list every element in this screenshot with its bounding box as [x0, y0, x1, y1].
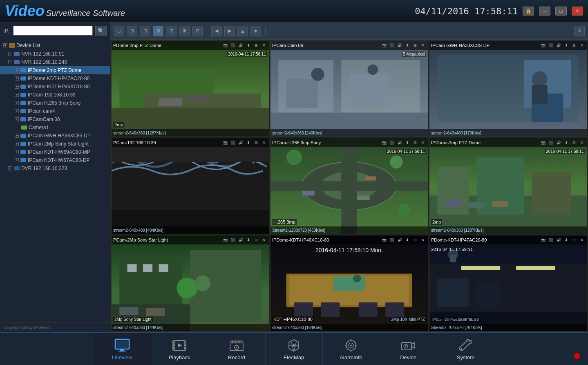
cam8-close-btn[interactable]: ✕: [420, 237, 426, 243]
camera-cell-1[interactable]: PDome-2mp PTZ Dome 📷 ⬛ 🔊 ⬇ ⊞ ✕ 2016-04-1…: [111, 40, 269, 137]
cam3-close-btn[interactable]: ✕: [579, 42, 585, 49]
cam6-audio-btn[interactable]: 🔊: [555, 139, 562, 146]
cam3-fullscreen-btn[interactable]: ⊞: [571, 42, 577, 49]
view-custom2-btn[interactable]: ⊟: [192, 26, 203, 36]
view-9-btn[interactable]: ⊠: [153, 26, 163, 36]
nav-playback[interactable]: Playback: [151, 333, 208, 365]
cam7-download-btn[interactable]: ⬇: [245, 237, 252, 243]
cam2-audio-btn[interactable]: 🔊: [396, 42, 403, 49]
cam5-snapshot-btn[interactable]: 📷: [381, 139, 387, 146]
sidebar-item-sony-star[interactable]: + IPCam 2Mp Sony Star Light: [0, 140, 110, 148]
close-button[interactable]: ✕: [572, 7, 583, 16]
cam5-close-btn[interactable]: ✕: [420, 139, 426, 146]
lock-button[interactable]: 🔒: [523, 7, 534, 16]
cam3-download-btn[interactable]: ⬇: [563, 42, 570, 49]
cam5-audio-btn[interactable]: 🔊: [396, 139, 403, 146]
cam7-fullscreen-btn[interactable]: ⊞: [253, 237, 259, 243]
cam8-snapshot-btn[interactable]: 📷: [381, 237, 387, 243]
cam9-record-btn[interactable]: ⬛: [548, 237, 554, 243]
cam4-download-btn[interactable]: ⬇: [245, 139, 252, 146]
prev-btn[interactable]: ◀: [211, 26, 222, 36]
sidebar-item-nvr2[interactable]: + NVR 192.168.10.240: [0, 58, 110, 66]
sidebar-item-ipcamcam06[interactable]: - IPCamCam 06: [0, 115, 110, 123]
maximize-button[interactable]: □: [555, 7, 567, 16]
view-4-btn[interactable]: ⊞: [127, 26, 137, 36]
nav-record[interactable]: Record: [208, 333, 266, 365]
cam8-record-btn[interactable]: ⬛: [389, 237, 395, 243]
cam7-snapshot-btn[interactable]: 📷: [222, 237, 228, 243]
cam6-record-btn[interactable]: ⬛: [548, 139, 554, 146]
view-6-btn[interactable]: ⊟: [140, 26, 150, 36]
cam7-close-btn[interactable]: ✕: [261, 237, 267, 243]
cam8-download-btn[interactable]: ⬇: [404, 237, 411, 243]
close-all-btn[interactable]: ✕: [574, 26, 585, 36]
sidebar-item-camera1[interactable]: Camera1: [0, 123, 110, 132]
cam4-snapshot-btn[interactable]: 📷: [222, 139, 228, 146]
cam1-audio-btn[interactable]: 🔊: [237, 42, 244, 49]
cam7-audio-btn[interactable]: 🔊: [237, 237, 244, 243]
nav-elecmap[interactable]: ElecMap: [266, 333, 323, 365]
cam3-snapshot-btn[interactable]: 📷: [540, 42, 546, 49]
cam6-snapshot-btn[interactable]: 📷: [540, 139, 546, 146]
cam2-snapshot-btn[interactable]: 📷: [381, 42, 387, 49]
cam9-download-btn[interactable]: ⬇: [563, 237, 570, 243]
cam4-fullscreen-btn[interactable]: ⊞: [253, 139, 259, 146]
cam1-snapshot-btn[interactable]: 📷: [222, 42, 228, 49]
cam2-fullscreen-btn[interactable]: ⊞: [412, 42, 418, 49]
sidebar-item-h265[interactable]: + IPCam H.265 3mp Sony: [0, 99, 110, 107]
cam4-close-btn[interactable]: ✕: [261, 139, 267, 146]
root-expand-icon[interactable]: ▼: [3, 43, 7, 47]
cam2-close-btn[interactable]: ✕: [420, 42, 426, 49]
sidebar-item-ipdome-kdt47[interactable]: + IPDome KDT-HP47AC20-80: [0, 74, 110, 83]
sidebar-item-nvr1[interactable]: + NVR 192.168.10.91: [0, 50, 110, 58]
view-16-btn[interactable]: ⊡: [166, 26, 177, 36]
camera-cell-6[interactable]: IPDome-2mp PTZ Dome 📷 ⬛ 🔊 ⬇ ⊞ ✕ 2016-04-…: [429, 138, 587, 234]
camera-cell-8[interactable]: IPDome-KDT-HP46XC10-80 📷 ⬛ 🔊 ⬇ ⊞ ✕ 2016-…: [270, 235, 428, 331]
cam9-close-btn[interactable]: ✕: [579, 237, 585, 243]
cam7-record-btn[interactable]: ⬛: [230, 237, 236, 243]
camera-cell-4[interactable]: PCam-192.168.10.39 📷 ⬛ 🔊 ⬇ ⊞ ✕ stream2-6…: [111, 138, 269, 234]
cam2-download-btn[interactable]: ⬇: [404, 42, 411, 49]
down-btn[interactable]: ▼: [250, 26, 261, 36]
sidebar-item-ipcam39[interactable]: + IPCam 192.168.10.39: [0, 91, 110, 99]
cam5-record-btn[interactable]: ⬛: [389, 139, 395, 146]
sidebar-item-ipdome-kdt46[interactable]: + IPDome KDT-HP46XC10-80: [0, 83, 110, 91]
cam4-audio-btn[interactable]: 🔊: [237, 139, 244, 146]
camera-cell-7[interactable]: PCam-2Mp Sony Star Light 📷 ⬛ 🔊 ⬇ ⊞ ✕ 2Mp…: [111, 235, 269, 331]
sidebar-item-ipdome2mp[interactable]: - IPDome 2mp PTZ Dome: [0, 66, 110, 74]
camera-cell-5[interactable]: IPCam-H.265 3mp Sony 📷 ⬛ 🔊 ⬇ ⊞ ✕ 2016-04…: [270, 138, 428, 234]
search-button[interactable]: 🔍: [95, 26, 107, 36]
cam3-audio-btn[interactable]: 🔊: [555, 42, 562, 49]
cam6-download-btn[interactable]: ⬇: [563, 139, 570, 146]
cam5-fullscreen-btn[interactable]: ⊞: [412, 139, 418, 146]
view-custom1-btn[interactable]: ⊞: [179, 26, 190, 36]
cam2-record-btn[interactable]: ⬛: [389, 42, 395, 49]
cam9-snapshot-btn[interactable]: 📷: [540, 237, 546, 243]
sidebar-item-gwh[interactable]: + IPCam GWH-HA33XC85-DP: [0, 132, 110, 140]
cam8-audio-btn[interactable]: 🔊: [396, 237, 403, 243]
cam1-close-btn[interactable]: ✕: [261, 42, 267, 49]
up-btn[interactable]: ▲: [237, 26, 248, 36]
view-single-btn[interactable]: □: [114, 26, 124, 36]
nav-liveview[interactable]: Liveview: [94, 333, 151, 365]
nav-system[interactable]: System: [437, 333, 494, 365]
ip-input[interactable]: [13, 26, 93, 36]
nav-alarminfo[interactable]: AlarmInfo: [323, 333, 380, 365]
cam9-audio-btn[interactable]: 🔊: [555, 237, 562, 243]
cam6-fullscreen-btn[interactable]: ⊞: [571, 139, 577, 146]
nav-device[interactable]: Device: [380, 333, 437, 365]
sidebar-item-cam4[interactable]: + IPcam cam4: [0, 107, 110, 115]
cam5-download-btn[interactable]: ⬇: [404, 139, 411, 146]
sidebar-item-kdt67[interactable]: + IPCam KDT-HW67AC80-DP: [0, 156, 110, 164]
minimize-button[interactable]: ─: [539, 7, 550, 16]
cam8-fullscreen-btn[interactable]: ⊞: [412, 237, 418, 243]
next-btn[interactable]: ▶: [224, 26, 235, 36]
camera-cell-2[interactable]: IPCam-Cam 06 📷 ⬛ 🔊 ⬇ ⊞ ✕ 5 Megapixel str…: [270, 40, 428, 137]
sidebar-item-dvr[interactable]: + DVR 192.168.10.223: [0, 164, 110, 172]
cam1-download-btn[interactable]: ⬇: [245, 42, 252, 49]
cam6-close-btn[interactable]: ✕: [579, 139, 585, 146]
cam3-record-btn[interactable]: ⬛: [548, 42, 554, 49]
camera-cell-9[interactable]: PDome-KDT-HP47AC20-80 📷 ⬛ 🔊 ⬇ ⊞ ✕ 2016-0…: [429, 235, 587, 331]
cam1-fullscreen-btn[interactable]: ⊞: [253, 42, 259, 49]
cam4-record-btn[interactable]: ⬛: [230, 139, 236, 146]
